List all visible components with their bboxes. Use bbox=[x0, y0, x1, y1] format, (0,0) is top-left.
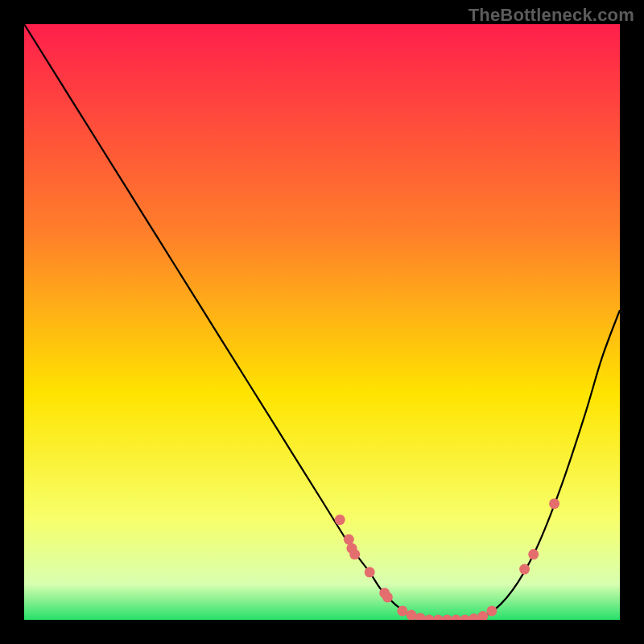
data-point bbox=[407, 610, 417, 620]
data-point bbox=[486, 605, 497, 616]
data-point bbox=[549, 498, 559, 509]
chart-frame: TheBottleneck.com bbox=[0, 0, 644, 644]
bottleneck-chart bbox=[24, 24, 620, 620]
data-point bbox=[382, 592, 393, 602]
data-point bbox=[397, 605, 407, 616]
watermark-text: TheBottleneck.com bbox=[469, 5, 634, 26]
gradient-background bbox=[24, 24, 620, 620]
data-point bbox=[344, 535, 354, 545]
data-point bbox=[519, 564, 530, 575]
plot-area bbox=[24, 24, 620, 620]
data-point bbox=[335, 514, 345, 525]
data-point bbox=[528, 549, 539, 559]
data-point bbox=[349, 549, 360, 559]
data-point bbox=[365, 567, 375, 577]
